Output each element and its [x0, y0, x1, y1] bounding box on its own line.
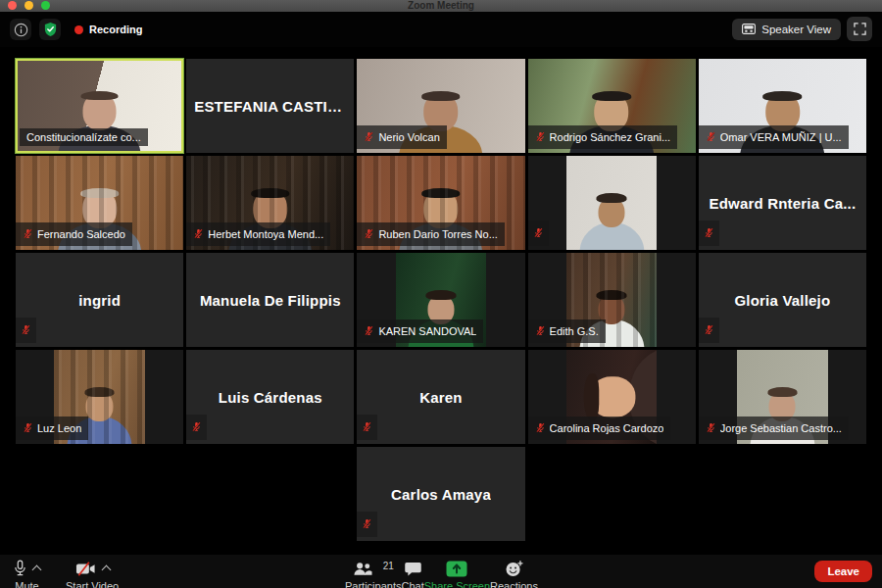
participant-tile[interactable]: Fernando Salcedo — [16, 156, 183, 250]
chat-button[interactable]: Chat — [401, 555, 423, 588]
mute-options-caret[interactable] — [32, 565, 42, 575]
participant-tile[interactable]: Karen — [357, 350, 524, 444]
participant-name: Gloria Vallejo — [734, 292, 830, 309]
window-title: Zoom Meeting — [408, 1, 474, 11]
muted-mic-icon — [704, 224, 714, 242]
participants-button[interactable]: 21 Participants — [345, 555, 401, 588]
recording-label: Recording — [89, 24, 142, 35]
window-controls — [8, 1, 50, 10]
silhouette-hair — [251, 188, 289, 198]
participant-tile[interactable]: Carlos Amaya — [357, 447, 524, 541]
silhouette-hair — [592, 91, 630, 101]
window-titlebar: Zoom Meeting — [0, 0, 882, 12]
participant-tile[interactable]: Herbet Montoya Mend... — [186, 156, 354, 250]
close-window-button[interactable] — [8, 1, 17, 10]
participant-placeholder: ingrid — [16, 253, 183, 347]
participant-video — [566, 156, 657, 250]
participant-name: Jorge Sebastian Castro... — [720, 422, 842, 434]
participant-tile[interactable]: Nerio Volcan — [357, 59, 524, 153]
meeting-toolbar: Mute Start Video — [0, 555, 882, 588]
participant-name-label: Nerio Volcan — [357, 125, 446, 149]
participant-name-label: Jorge Sebastian Castro... — [699, 416, 849, 440]
participant-tile[interactable]: Gloria Vallejo — [699, 253, 866, 347]
participant-tile[interactable]: Luz Leon — [16, 350, 183, 444]
meeting-topbar: Recording Speaker View — [0, 12, 882, 47]
participant-tile[interactable]: Jorge Sebastian Castro... — [699, 350, 866, 444]
participant-name: Ruben Dario Torres No... — [378, 228, 497, 240]
participant-name: Constitucionalízate co... — [26, 131, 141, 143]
participants-icon — [353, 562, 372, 576]
zoom-window-button[interactable] — [41, 1, 50, 10]
participant-tile[interactable]: Ruben Dario Torres No... — [357, 156, 524, 250]
speaker-view-icon — [742, 24, 756, 34]
participant-placeholder: ESTEFANIA CASTIL... — [186, 59, 354, 153]
participant-grid: Constitucionalízate co... ESTEFANIA CAST… — [0, 59, 882, 541]
participant-silhouette — [570, 170, 654, 250]
participant-name: Omar VERA MUÑIZ | U... — [720, 131, 842, 143]
participant-name-label: Constitucionalízate co... — [20, 128, 148, 146]
participant-tile[interactable]: Omar VERA MUÑIZ | U... — [699, 59, 866, 153]
recording-indicator: Recording — [74, 24, 142, 35]
muted-mic-icon — [191, 418, 202, 436]
muted-mic-icon — [362, 418, 372, 436]
video-options-caret[interactable] — [101, 565, 111, 575]
participant-tile[interactable]: Carolina Rojas Cardozo — [528, 350, 696, 444]
participant-tile[interactable]: Edith G.S. — [528, 253, 696, 347]
participant-tile[interactable]: Edward Rnteria Ca... — [699, 156, 866, 250]
participant-name: Luz Leon — [37, 422, 81, 434]
participant-placeholder: Manuela De Filippis — [186, 253, 354, 347]
muted-mic-icon — [364, 322, 374, 340]
participant-name-label: Luz Leon — [16, 416, 88, 440]
participant-placeholder: Carlos Amaya — [357, 447, 524, 541]
reactions-icon — [505, 561, 523, 577]
participant-name: Luis Cárdenas — [219, 389, 322, 406]
participant-tile[interactable]: ingrid — [16, 253, 183, 347]
participant-tile[interactable]: Rodrigo Sánchez Grani... — [528, 59, 696, 153]
share-screen-button[interactable]: Share Screen — [424, 555, 490, 588]
participant-tile[interactable]: Constitucionalízate co... — [16, 59, 183, 153]
start-video-button[interactable]: Start Video — [66, 555, 119, 588]
leave-button[interactable]: Leave — [814, 561, 872, 582]
silhouette-hair — [421, 188, 460, 198]
silhouette-body — [579, 222, 644, 250]
participant-placeholder: Karen — [357, 350, 524, 444]
encryption-badge[interactable] — [39, 19, 61, 40]
minimize-window-button[interactable] — [24, 1, 33, 10]
speaker-view-button[interactable]: Speaker View — [732, 19, 841, 40]
participant-name-label — [16, 318, 36, 343]
reactions-button[interactable]: Reactions — [490, 555, 538, 588]
participant-name-label: Herbet Montoya Mend... — [186, 222, 330, 246]
participant-name: Rodrigo Sánchez Grani... — [550, 131, 671, 143]
participant-name-label: Omar VERA MUÑIZ | U... — [699, 125, 849, 149]
participant-name-label — [186, 415, 207, 440]
participant-name-label — [528, 220, 549, 246]
shield-check-icon — [43, 22, 58, 37]
participant-tile[interactable]: KAREN SANDOVAL — [357, 253, 524, 347]
participant-name: Karen — [419, 389, 463, 406]
participant-name: Carlos Amaya — [391, 486, 491, 503]
participant-name: Nerio Volcan — [378, 131, 439, 143]
participant-name-label — [357, 415, 377, 440]
mute-button[interactable]: Mute — [14, 555, 40, 588]
share-screen-label: Share Screen — [424, 580, 490, 588]
silhouette-hair — [763, 91, 802, 101]
silhouette-hair — [597, 193, 627, 203]
muted-mic-icon — [362, 515, 372, 533]
participant-name-label — [357, 512, 377, 537]
silhouette-hair — [84, 387, 115, 397]
muted-mic-icon — [21, 321, 31, 339]
meeting-info-button[interactable] — [10, 19, 31, 40]
participant-tile[interactable] — [528, 156, 696, 250]
participant-tile[interactable]: Manuela De Filippis — [186, 253, 354, 347]
participant-tile[interactable]: Luis Cárdenas — [186, 350, 354, 444]
fullscreen-button[interactable] — [847, 17, 872, 41]
speaker-view-label: Speaker View — [761, 24, 831, 35]
chat-icon — [405, 562, 421, 576]
muted-mic-icon — [23, 225, 33, 243]
participant-tile[interactable]: ESTEFANIA CASTIL... — [186, 59, 354, 153]
start-video-label: Start Video — [66, 580, 119, 588]
silhouette-hair — [584, 373, 600, 419]
silhouette-hair — [426, 290, 457, 300]
muted-mic-icon — [535, 419, 546, 437]
participant-name: Manuela De Filippis — [200, 292, 341, 309]
